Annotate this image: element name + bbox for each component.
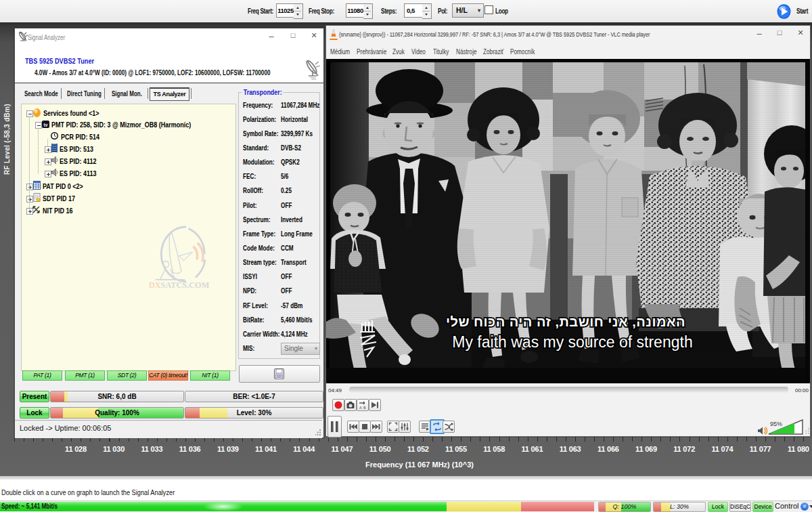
svg-text:TBS: TBS	[311, 77, 317, 81]
svg-text:tv: tv	[44, 123, 48, 127]
svg-text:My faith was my source of stre: My faith was my source of strength	[452, 333, 692, 351]
svg-text:DXSATCS.COM: DXSATCS.COM	[149, 280, 210, 290]
svg-text:האמונה, אני חושבת, זה היה הכוח: האמונה, אני חושבת, זה היה הכוח שלי	[446, 314, 685, 329]
svg-text:B: B	[363, 406, 366, 410]
svg-text:A: A	[359, 406, 362, 410]
